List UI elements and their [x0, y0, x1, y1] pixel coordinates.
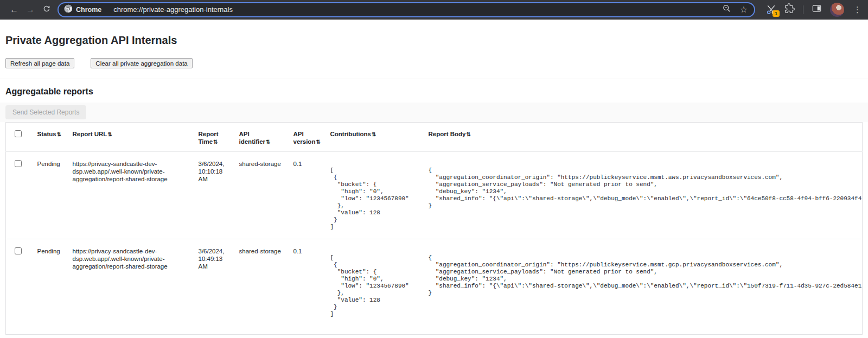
back-icon: ← — [10, 5, 18, 15]
table-row: Pending https://privacy-sandcastle-dev-d… — [6, 152, 863, 239]
toolbar-separator — [803, 5, 803, 14]
extensions-puzzle-icon[interactable] — [784, 3, 795, 16]
toolbar-right-cluster: 1 ⋮ — [766, 3, 863, 17]
bookmark-star-icon[interactable]: ☆ — [740, 5, 748, 14]
api-identifier-cell: shared-storage — [234, 152, 288, 239]
col-header-api-identifier-label: API identifier — [239, 131, 266, 145]
col-header-status-label: Status — [37, 131, 56, 137]
sort-icon: ⇅ — [316, 139, 320, 145]
col-header-api-version-label: API version — [293, 131, 316, 145]
sort-icon: ⇅ — [107, 131, 112, 137]
extension-badge: 1 — [773, 10, 780, 17]
sort-icon: ⇅ — [57, 131, 61, 137]
col-header-contributions-label: Contributions — [330, 131, 371, 137]
zoom-icon[interactable] — [722, 4, 731, 15]
send-selected-reports-button[interactable]: Send Selected Reports — [5, 105, 86, 119]
forward-button[interactable]: → — [24, 3, 37, 16]
back-button[interactable]: ← — [8, 3, 21, 16]
profile-avatar[interactable] — [830, 3, 844, 17]
report-body-json: { "aggregation_coordinator_origin": "htt… — [429, 167, 857, 209]
chrome-chip: Chrome — [64, 4, 101, 15]
api-version-cell: 0.1 — [288, 239, 325, 335]
url-bar[interactable]: Chrome chrome://private-aggregation-inte… — [58, 2, 755, 17]
col-header-api-version[interactable]: API version⇅ — [288, 123, 325, 152]
scissors-extension-icon[interactable]: 1 — [766, 4, 776, 15]
contributions-json: [ { "bucket": { "high": "0", "low": "123… — [330, 254, 418, 318]
table-header-row: Status⇅ Report URL⇅ Report Time⇅ API ide… — [6, 123, 863, 152]
side-panel-icon[interactable] — [812, 3, 822, 16]
report-url-cell: https://privacy-sandcastle-dev-dsp.web.a… — [67, 239, 193, 335]
row-checkbox[interactable] — [15, 247, 22, 254]
report-time-cell: 3/6/2024, 10:10:18 AM — [193, 152, 234, 239]
report-body-json: { "aggregation_coordinator_origin": "htt… — [429, 254, 857, 297]
row-checkbox[interactable] — [15, 160, 22, 167]
page-title: Private Aggregation API Internals — [5, 20, 863, 47]
url-text: chrome://private-aggregation-internals — [113, 5, 715, 14]
reload-button[interactable] — [40, 3, 53, 16]
api-version-cell: 0.1 — [288, 152, 325, 239]
reload-icon — [42, 4, 51, 15]
api-identifier-cell: shared-storage — [234, 239, 288, 335]
forward-icon: → — [26, 5, 35, 15]
sort-icon: ⇅ — [213, 139, 218, 145]
status-cell: Pending — [32, 152, 67, 239]
reports-action-strip: Send Selected Reports — [0, 103, 868, 122]
status-cell: Pending — [32, 239, 67, 335]
reports-table: Status⇅ Report URL⇅ Report Time⇅ API ide… — [5, 122, 863, 335]
clear-all-button[interactable]: Clear all private aggregation data — [91, 58, 192, 68]
report-time-cell: 3/6/2024, 10:49:13 AM — [193, 239, 234, 335]
sort-icon: ⇅ — [266, 139, 270, 145]
report-url-cell: https://privacy-sandcastle-dev-dsp.web.a… — [67, 152, 193, 239]
col-header-report-time[interactable]: Report Time⇅ — [193, 123, 234, 152]
col-header-report-url[interactable]: Report URL⇅ — [67, 123, 193, 152]
col-header-contributions[interactable]: Contributions⇅ — [325, 123, 423, 152]
sort-icon: ⇅ — [372, 131, 376, 137]
col-header-report-url-label: Report URL — [73, 131, 107, 137]
select-all-checkbox[interactable] — [15, 130, 22, 137]
col-header-report-body[interactable]: Report Body⇅ — [423, 123, 863, 152]
page-actions: Refresh all page data Clear all private … — [5, 58, 863, 68]
col-header-report-body-label: Report Body — [429, 131, 466, 137]
contributions-json: [ { "bucket": { "high": "0", "low": "123… — [330, 167, 418, 231]
refresh-all-button[interactable]: Refresh all page data — [5, 58, 74, 68]
sort-icon: ⇅ — [467, 131, 471, 137]
chrome-logo-icon — [64, 4, 73, 15]
chrome-chip-label: Chrome — [76, 6, 101, 14]
browser-toolbar: ← → Chrome chrome://private-aggregation-… — [0, 0, 868, 20]
col-header-api-identifier[interactable]: API identifier⇅ — [234, 123, 288, 152]
table-row: Pending https://privacy-sandcastle-dev-d… — [6, 239, 863, 335]
urlbar-actions: ☆ — [722, 4, 748, 15]
nav-buttons: ← → — [8, 3, 53, 16]
col-header-status[interactable]: Status⇅ — [32, 123, 67, 152]
menu-kebab-icon[interactable]: ⋮ — [852, 5, 863, 14]
aggregatable-reports-heading: Aggregatable reports — [0, 79, 868, 97]
